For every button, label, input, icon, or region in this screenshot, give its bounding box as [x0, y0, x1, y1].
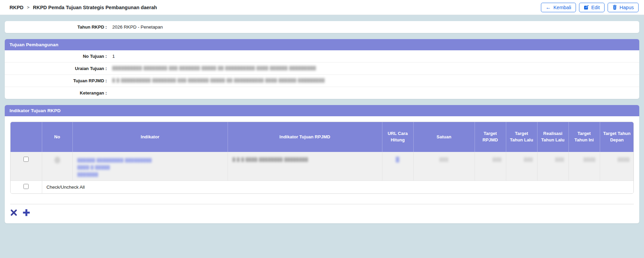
tahun-rkpd-label: Tahun RKPD : [5, 24, 107, 30]
target-tahun-lalu-value-redacted: ███ [524, 157, 533, 161]
target-tahun-depan-value-redacted: ████ [618, 157, 630, 161]
header-url-cara-hitung: URL Cara Hitung [382, 122, 413, 152]
indikator-table: No Indikator Indikator Tujuan RPJMD URL … [10, 122, 634, 194]
indikator-tujuan-header: Indikator Tujuan RKPD [5, 105, 639, 116]
url-cara-hitung-icon[interactable]: █ [396, 157, 400, 162]
target-tahun-ini-value-redacted: ████ [583, 157, 595, 161]
header-checkbox-col [11, 122, 42, 152]
no-tujuan-label: No Tujuan : [5, 54, 107, 59]
header-target-tahun-depan: Target Tahun Depan [600, 122, 634, 152]
header-target-tahun-ini: Target Tahun Ini [568, 122, 600, 152]
indikator-link-1[interactable]: ██████ █████████ █████████ [78, 157, 228, 164]
tujuan-rpjmd-value-redacted: █ █ ██████████ ████████ ███ ███████ ████… [107, 78, 639, 82]
toolbar: ← Kembali Edit Hapus [541, 3, 639, 12]
indikator-link-2[interactable]: ████ █ █████ [78, 164, 228, 171]
target-rpjmd-value-redacted: ███ [493, 157, 501, 161]
check-all-row: Check/Uncheck All [11, 180, 634, 193]
add-indikator-icon[interactable] [22, 209, 30, 217]
tujuan-pembangunan-card: Tujuan Pembangunan No Tujuan : 1 Uraian … [5, 39, 639, 99]
hapus-button[interactable]: Hapus [608, 3, 639, 12]
table-action-icons [5, 204, 639, 223]
breadcrumb-root[interactable]: RKPD [10, 5, 23, 10]
indikator-rpjmd-value-redacted: █ █ █ ████ ████████ ████████ [233, 157, 309, 161]
indikator-link-3[interactable]: ███████ [78, 171, 228, 178]
check-all-label: Check/Uncheck All [42, 180, 634, 193]
breadcrumb-current: RKPD Pemda Tujuan Strategis Pembangunan … [33, 5, 157, 10]
check-all-checkbox[interactable] [23, 184, 29, 189]
breadcrumb-separator: > [27, 5, 30, 10]
row-no-redacted [54, 157, 60, 164]
tahun-rkpd-card: Tahun RKPD : 2026 RKPD - Penetapan [5, 21, 639, 33]
header-no: No [42, 122, 72, 152]
back-arrow-icon: ← [546, 5, 551, 10]
tahun-rkpd-value: 2026 RKPD - Penetapan [107, 24, 639, 30]
header-target-tahun-lalu: Target Tahun Lalu [506, 122, 537, 152]
pencil-square-icon [584, 5, 589, 10]
kembali-button[interactable]: ← Kembali [541, 3, 576, 12]
header-indikator-tujuan-rpjmd: Indikator Tujuan RPJMD [228, 122, 382, 152]
header-satuan: Satuan [413, 122, 475, 152]
clear-selection-icon[interactable] [10, 209, 17, 216]
realisasi-tahun-lalu-value-redacted: ███ [555, 157, 564, 161]
keterangan-label: Keterangan : [5, 90, 107, 96]
uraian-tujuan-label: Uraian Tujuan : [5, 66, 107, 71]
tujuan-pembangunan-header: Tujuan Pembangunan [5, 39, 639, 50]
header-realisasi-tahun-lalu: Realisasi Tahun Lalu [537, 122, 568, 152]
trash-icon [612, 5, 617, 10]
edit-button[interactable]: Edit [579, 3, 605, 12]
indikator-tujuan-card: Indikator Tujuan RKPD No Indikator Indik… [5, 105, 639, 223]
header-indikator: Indikator [72, 122, 228, 152]
row-checkbox[interactable] [23, 157, 29, 162]
table-row: ██████ █████████ █████████ ████ █ █████ … [11, 152, 634, 180]
header-target-rpjmd: Target RPJMD [475, 122, 506, 152]
satuan-value-redacted: ███ [440, 157, 448, 161]
top-bar: RKPD > RKPD Pemda Tujuan Strategis Pemba… [0, 0, 644, 15]
table-header-row: No Indikator Indikator Tujuan RPJMD URL … [11, 122, 634, 152]
uraian-tujuan-value-redacted: ██████████ ████████ ███ ███████ █████ ██… [107, 66, 639, 70]
tujuan-rpjmd-label: Tujuan RPJMD : [5, 78, 107, 83]
indikator-cell: ██████ █████████ █████████ ████ █ █████ … [72, 152, 228, 180]
no-tujuan-value: 1 [107, 54, 639, 59]
breadcrumb: RKPD > RKPD Pemda Tujuan Strategis Pemba… [10, 5, 157, 10]
